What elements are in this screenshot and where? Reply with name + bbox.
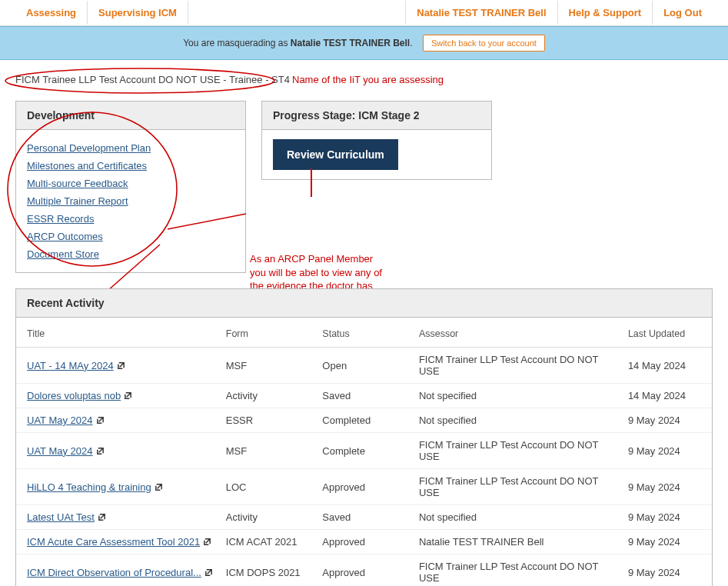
cell-status: Open: [317, 348, 414, 384]
cell-updated: 9 May 2024: [623, 505, 712, 530]
dev-link-arcp-outcomes[interactable]: ARCP Outcomes: [27, 228, 234, 245]
activity-link[interactable]: ICM Direct Observation of Procedural...: [27, 567, 201, 578]
cell-form: Activity: [221, 505, 318, 530]
cell-assessor: FICM Trainer LLP Test Account DO NOT USE: [414, 554, 623, 587]
dev-link-document-store[interactable]: Document Store: [27, 245, 234, 263]
recent-activity-header: Recent Activity: [16, 289, 712, 318]
cell-assessor: FICM Trainer LLP Test Account DO NOT USE: [414, 433, 623, 469]
table-row: Latest UAt TestActivitySavedNot specifie…: [16, 505, 712, 530]
col-assessor: Assessor: [414, 318, 623, 348]
cell-assessor: Not specified: [414, 408, 623, 433]
activity-link[interactable]: HiLLO 4 Teaching & training: [27, 481, 151, 493]
dev-link-personal-development-plan[interactable]: Personal Development Plan: [27, 139, 234, 157]
cell-updated: 9 May 2024: [623, 554, 712, 587]
cell-status: Approved: [317, 554, 414, 587]
dev-link-milestones-and-certificates[interactable]: Milestones and Certificates: [27, 157, 234, 175]
recent-activity-table: TitleFormStatusAssessorLast Updated UAT …: [16, 318, 712, 586]
cell-form: Activity: [221, 384, 318, 408]
col-last-updated: Last Updated: [623, 318, 712, 348]
table-row: Dolores voluptas nobActivitySavedNot spe…: [16, 384, 712, 408]
dev-link-essr-records[interactable]: ESSR Records: [27, 210, 234, 228]
cell-status: Complete: [317, 433, 414, 469]
cell-updated: 14 May 2024: [623, 348, 712, 384]
cell-assessor: Natalie TEST TRAINER Bell: [414, 530, 623, 554]
dev-link-multiple-trainer-report[interactable]: Multiple Trainer Report: [27, 192, 234, 210]
cell-form: ICM ACAT 2021: [221, 530, 318, 554]
development-panel: Development Personal Development PlanMil…: [15, 101, 246, 273]
cell-form: MSF: [221, 348, 318, 384]
activity-link[interactable]: Dolores voluptas nob: [27, 390, 121, 401]
nav-link-log-out[interactable]: Log Out: [652, 1, 713, 25]
cell-assessor: Not specified: [414, 384, 623, 408]
cell-status: Approved: [317, 469, 414, 505]
review-curriculum-button[interactable]: Review Curriculum: [273, 139, 398, 170]
table-row: ICM Direct Observation of Procedural...I…: [16, 554, 712, 587]
activity-link[interactable]: ICM Acute Care Assessment Tool 2021: [27, 536, 200, 548]
activity-link[interactable]: UAT - 14 MAy 2024: [27, 360, 114, 371]
top-nav: AssessingSupervising ICM Natalie TEST TR…: [0, 0, 728, 26]
cell-status: Approved: [317, 530, 414, 554]
masq-prefix: You are masquerading as: [183, 38, 291, 48]
activity-link[interactable]: UAT May 2024: [27, 445, 93, 457]
table-row: ICM Acute Care Assessment Tool 2021ICM A…: [16, 530, 712, 554]
table-row: UAT May 2024MSFCompleteFICM Trainer LLP …: [16, 433, 712, 469]
external-link-icon: [96, 416, 105, 425]
recent-activity-panel: Recent Activity TitleFormStatusAssessorL…: [15, 288, 713, 586]
cell-assessor: Not specified: [414, 505, 623, 530]
external-link-icon: [124, 391, 132, 400]
cell-form: MSF: [221, 433, 318, 469]
external-link-icon: [98, 513, 106, 521]
external-link-icon: [96, 447, 105, 455]
nav-link-assessing[interactable]: Assessing: [15, 1, 88, 25]
cell-updated: 14 May 2024: [623, 384, 712, 408]
external-link-icon: [155, 483, 163, 491]
cell-form: ICM DOPS 2021: [221, 554, 318, 587]
masq-suffix: .: [410, 38, 412, 48]
cell-form: ESSR: [221, 408, 318, 433]
cell-status: Completed: [317, 408, 414, 433]
cell-assessor: FICM Trainer LLP Test Account DO NOT USE: [414, 348, 623, 384]
cell-updated: 9 May 2024: [623, 530, 712, 554]
switch-back-button[interactable]: Switch back to your account: [423, 35, 545, 52]
table-row: UAT - 14 MAy 2024MSFOpenFICM Trainer LLP…: [16, 348, 712, 384]
cell-assessor: FICM Trainer LLP Test Account DO NOT USE: [414, 469, 623, 505]
external-link-icon: [203, 538, 211, 546]
cell-form: LOC: [221, 469, 318, 505]
cell-updated: 9 May 2024: [623, 469, 712, 505]
col-form: Form: [221, 318, 318, 348]
cell-status: Saved: [317, 505, 414, 530]
annotation-crumb: Name of the IiT you are assessing: [292, 74, 444, 85]
cell-updated: 9 May 2024: [623, 408, 712, 433]
nav-link-help-support[interactable]: Help & Support: [557, 1, 653, 25]
external-link-icon: [117, 361, 125, 370]
table-row: UAT May 2024ESSRCompletedNot specified9 …: [16, 408, 712, 433]
cell-status: Saved: [317, 384, 414, 408]
masquerade-bar: You are masquerading as Natalie TEST TRA…: [0, 26, 728, 60]
activity-link[interactable]: UAT May 2024: [27, 415, 93, 426]
cell-updated: 9 May 2024: [623, 433, 712, 469]
nav-link-natalie-test-trainer-bell[interactable]: Natalie TEST TRAINER Bell: [405, 1, 557, 25]
table-row: HiLLO 4 Teaching & trainingLOCApprovedFI…: [16, 469, 712, 505]
trainee-breadcrumb: FICM Trainee LLP Test Account DO NOT USE…: [15, 74, 290, 85]
progress-panel: Progress Stage: ICM Stage 2 Review Curri…: [261, 101, 492, 180]
activity-link[interactable]: Latest UAt Test: [27, 511, 95, 523]
progress-header: Progress Stage: ICM Stage 2: [262, 102, 491, 130]
nav-link-supervising-icm[interactable]: Supervising ICM: [88, 1, 188, 25]
col-title: Title: [16, 318, 221, 348]
development-header: Development: [16, 102, 245, 130]
external-link-icon: [204, 568, 213, 577]
dev-link-multi-source-feedback[interactable]: Multi-source Feedback: [27, 175, 234, 192]
col-status: Status: [317, 318, 414, 348]
masq-name: Natalie TEST TRAINER Bell: [291, 38, 410, 48]
